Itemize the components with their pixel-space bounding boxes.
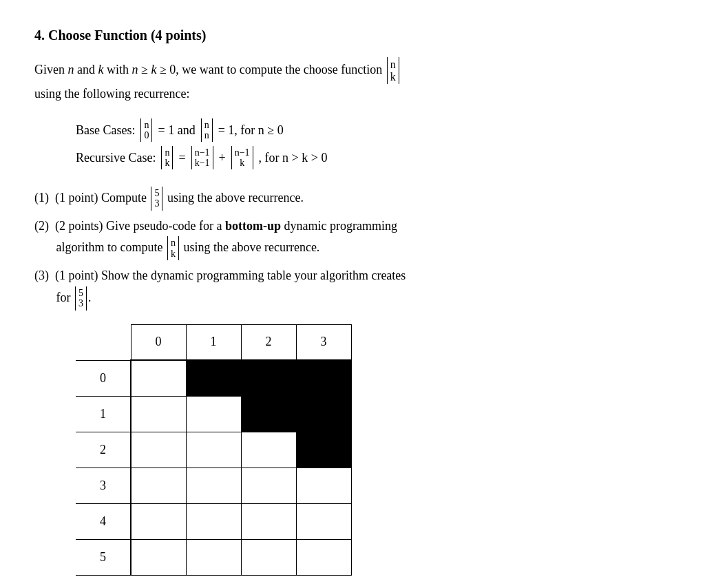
base-cases-row: Base Cases: n0 = 1 and nn = 1, for n ≥ 0 <box>76 118 671 143</box>
cell-4-2 <box>241 503 296 539</box>
cell-3-3 <box>296 468 351 503</box>
cell-5-2 <box>241 539 296 575</box>
table-row-0: 0 <box>76 360 351 396</box>
table-row-3: 3 <box>76 468 351 503</box>
section-title: 4. Choose Function (4 points) <box>34 28 671 43</box>
cell-5-1 <box>186 539 241 575</box>
cell-1-0 <box>131 396 186 432</box>
cell-2-3 <box>296 432 351 468</box>
intro-line1: Given n and k with n ≥ k ≥ 0, we want to… <box>34 63 401 76</box>
cell-3-0 <box>131 468 186 503</box>
question-3-text: (3) (1 point) Show the dynamic programmi… <box>34 266 671 310</box>
table-row-4: 4 <box>76 503 351 539</box>
intro-paragraph: Given n and k with n ≥ k ≥ 0, we want to… <box>34 57 671 104</box>
question-1: (1) (1 point) Compute 53 using the above… <box>34 187 671 211</box>
row-label-1: 1 <box>76 396 131 432</box>
cell-1-3 <box>296 396 351 432</box>
binom-n-k-q2: nk <box>167 236 179 260</box>
question-2: (2) (2 points) Give pseudo-code for a bo… <box>34 216 671 260</box>
table-header-row: 0 1 2 3 <box>76 324 351 360</box>
intro-line2: using the following recurrence: <box>34 87 189 101</box>
cell-4-3 <box>296 503 351 539</box>
cell-5-0 <box>131 539 186 575</box>
binom-5-3-q1: 53 <box>151 187 162 211</box>
base-cases-label: Base Cases: <box>76 118 135 143</box>
corner-cell <box>76 324 131 360</box>
binom-n-k: nk <box>161 146 173 170</box>
row-label-3: 3 <box>76 468 131 503</box>
cell-1-2 <box>241 396 296 432</box>
binom-5-3-q3: 53 <box>75 286 87 311</box>
choose-function-binom: nk <box>387 57 399 84</box>
questions-block: (1) (1 point) Compute 53 using the above… <box>34 187 671 311</box>
question-1-text: (1) (1 point) Compute 53 using the above… <box>34 187 671 211</box>
col-header-3: 3 <box>296 324 351 360</box>
question-3: (3) (1 point) Show the dynamic programmi… <box>34 266 671 310</box>
cell-2-2 <box>241 432 296 468</box>
cell-0-3 <box>296 360 351 396</box>
recursive-label: Recursive Case: <box>76 145 156 170</box>
cell-2-0 <box>131 432 186 468</box>
table-row-5: 5 <box>76 539 351 575</box>
binom-n1-k1: n−1k−1 <box>191 146 213 170</box>
binom-n-n: nn <box>201 118 213 143</box>
equals-sign: = <box>178 145 185 170</box>
cell-1-1 <box>186 396 241 432</box>
cell-0-2 <box>241 360 296 396</box>
table-row-1: 1 <box>76 396 351 432</box>
row-label-4: 4 <box>76 503 131 539</box>
col-header-1: 1 <box>186 324 241 360</box>
table-body: 0 1 2 3 <box>76 360 351 575</box>
col-header-2: 2 <box>241 324 296 360</box>
cell-3-1 <box>186 468 241 503</box>
base-case-2-text: = 1, for n ≥ 0 <box>218 118 284 143</box>
table-section: 0 1 2 3 0 1 2 <box>76 324 671 576</box>
table-row-2: 2 <box>76 432 351 468</box>
binom-n-0: n0 <box>140 118 152 143</box>
cell-4-0 <box>131 503 186 539</box>
question-2-text: (2) (2 points) Give pseudo-code for a bo… <box>34 216 671 260</box>
equals-1-and: = 1 and <box>158 118 195 143</box>
plus-sign: + <box>219 145 226 170</box>
cell-4-1 <box>186 503 241 539</box>
row-label-0: 0 <box>76 360 131 396</box>
cell-0-0 <box>131 360 186 396</box>
cell-2-1 <box>186 432 241 468</box>
dp-table: 0 1 2 3 0 1 2 <box>76 324 352 576</box>
recursive-case-row: Recursive Case: nk = n−1k−1 + n−1k , for… <box>76 145 671 170</box>
cell-5-3 <box>296 539 351 575</box>
col-header-0: 0 <box>131 324 186 360</box>
recursive-condition: , for n > k > 0 <box>259 145 328 170</box>
cases-block: Base Cases: n0 = 1 and nn = 1, for n ≥ 0… <box>76 118 671 170</box>
binom-n1-k: n−1k <box>231 146 253 170</box>
cell-0-1 <box>186 360 241 396</box>
row-label-5: 5 <box>76 539 131 575</box>
row-label-2: 2 <box>76 432 131 468</box>
cell-3-2 <box>241 468 296 503</box>
